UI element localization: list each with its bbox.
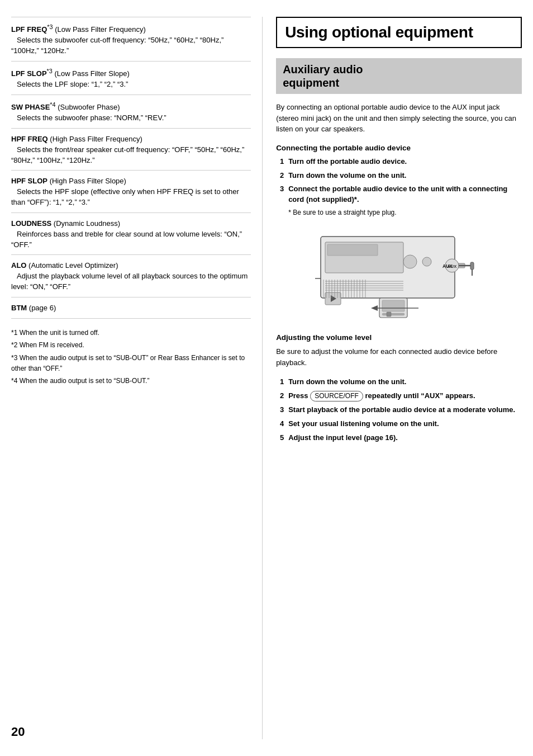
volume-step-1: 1 Turn down the volume on the unit. (276, 377, 522, 388)
left-column: LPF FREQ*3 (Low Pass Filter Frequency) S… (11, 17, 263, 739)
entry-lpf-slop: LPF SLOP*3 (Low Pass Filter Slope) Selec… (11, 62, 251, 95)
connecting-step-2: 2 Turn down the volume on the unit. (276, 171, 522, 181)
desc-btm: (page 6) (29, 304, 56, 312)
term-hpf-freq: HPF FREQ (11, 135, 48, 143)
volume-step-5: 5 Adjust the input level (page 16). (276, 433, 522, 443)
term-loudness: LOUDNESS (11, 219, 51, 228)
svg-rect-36 (382, 300, 404, 311)
svg-rect-7 (327, 244, 378, 256)
connecting-step-3: 3 Connect the portable audio device to t… (276, 184, 522, 205)
svg-text:AUX: AUX (442, 263, 453, 269)
device-svg: AUX (315, 225, 483, 323)
volume-steps: 1 Turn down the volume on the unit. 2 Pr… (276, 377, 522, 443)
footnote-1: *1 When the unit is turned off. (11, 328, 251, 338)
subsection-title-box: Auxiliary audioequipment (276, 58, 522, 94)
term-lpf-slop: LPF SLOP (11, 69, 47, 78)
entry-btm: BTM (page 6) (11, 297, 251, 319)
entry-alo: ALO (Automatic Level Optimizer) Adjust t… (11, 255, 251, 297)
footnote-3: *3 When the audio output is set to “SUB-… (11, 353, 251, 374)
entry-sw-phase: SW PHASE*4 (Subwoofer Phase) Selects the… (11, 95, 251, 129)
volume-heading: Adjusting the volume level (276, 333, 522, 342)
footnotes: *1 When the unit is turned off. *2 When … (11, 328, 251, 386)
connecting-steps: 1 Turn off the portable audio device. 2 … (276, 157, 522, 205)
right-column: Using optional equipment Auxiliary audio… (263, 17, 522, 739)
term-lpf-freq: LPF FREQ (11, 25, 47, 34)
volume-step-3: 3 Start playback of the portable audio d… (276, 405, 522, 415)
svg-rect-16 (470, 262, 474, 270)
intro-text: By connecting an optional portable audio… (276, 102, 522, 135)
term-btm: BTM (11, 304, 27, 312)
volume-intro: Be sure to adjust the volume for each co… (276, 346, 522, 368)
page: LPF FREQ*3 (Low Pass Filter Frequency) S… (0, 0, 533, 756)
page-number: 20 (11, 725, 25, 739)
entry-lpf-freq: LPF FREQ*3 (Low Pass Filter Frequency) S… (11, 17, 251, 62)
volume-section: Adjusting the volume level Be sure to ad… (276, 333, 522, 443)
volume-step-2: 2 Press SOURCE/OFF repeatedly until “AUX… (276, 391, 522, 401)
term-hpf-slop: HPF SLOP (11, 177, 47, 185)
term-alo: ALO (11, 261, 26, 270)
volume-step-4: 4 Set your usual listening volume on the… (276, 419, 522, 429)
source-off-button[interactable]: SOURCE/OFF (310, 391, 363, 401)
svg-rect-38 (387, 312, 391, 316)
section-title: Using optional equipment (285, 23, 513, 41)
svg-point-8 (403, 255, 417, 268)
footnote-2: *2 When FM is received. (11, 340, 251, 351)
svg-point-9 (422, 257, 431, 266)
term-sw-phase: SW PHASE (11, 103, 50, 111)
section-title-box: Using optional equipment (276, 17, 522, 48)
entry-hpf-freq: HPF FREQ (High Pass Filter Frequency) Se… (11, 129, 251, 171)
sup-lpf-slop: *3 (47, 68, 53, 74)
svg-marker-39 (371, 305, 378, 311)
svg-rect-37 (382, 313, 404, 315)
sup-lpf-freq: *3 (47, 23, 53, 30)
desc-alo: (Automatic Level Optimizer) Adjust the p… (11, 261, 248, 291)
entry-hpf-slop: HPF SLOP (High Pass Filter Slope) Select… (11, 171, 251, 213)
footnote-4: *4 When the audio output is set to “SUB-… (11, 376, 251, 386)
connecting-footnote: * Be sure to use a straight type plug. (288, 209, 522, 216)
connecting-step-1: 1 Turn off the portable audio device. (276, 157, 522, 167)
connecting-heading: Connecting the portable audio device (276, 144, 522, 152)
subsection-title: Auxiliary audioequipment (283, 63, 515, 89)
device-illustration: AUX (276, 225, 522, 323)
entry-loudness: LOUDNESS (Dynamic Loudness) Reinforces b… (11, 213, 251, 256)
sup-sw-phase: *4 (50, 101, 55, 108)
